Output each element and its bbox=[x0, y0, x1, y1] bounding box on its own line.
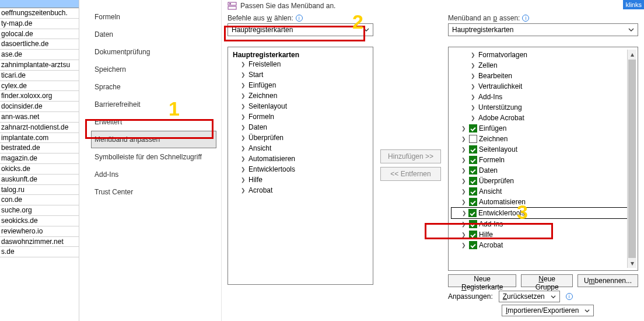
tree-subitem[interactable]: ❯Formatvorlagen bbox=[451, 50, 627, 60]
checkbox[interactable] bbox=[469, 135, 477, 143]
sidebar-item[interactable]: Dokumentprüfung bbox=[91, 43, 216, 61]
tree-subitem[interactable]: ❯Unterstützung bbox=[451, 102, 627, 113]
tree-tab-item[interactable]: ❯Einfügen bbox=[451, 123, 627, 134]
expand-icon[interactable]: ❯ bbox=[471, 62, 477, 68]
scroll-up-icon[interactable]: ▴ bbox=[628, 50, 636, 59]
checkbox[interactable] bbox=[469, 166, 477, 175]
sidebar-item[interactable]: Trust Center bbox=[91, 183, 216, 201]
expand-icon[interactable]: ❯ bbox=[241, 187, 247, 193]
tree-tab-item[interactable]: ❯Seitenlayout bbox=[451, 144, 627, 155]
reset-dropdown[interactable]: Zurücksetzen bbox=[499, 291, 560, 302]
checkbox[interactable] bbox=[469, 198, 477, 206]
sidebar-item[interactable]: Symbolleiste für den Schnellzugriff bbox=[91, 148, 216, 166]
expand-icon[interactable]: ❯ bbox=[462, 210, 467, 216]
checkbox[interactable] bbox=[469, 124, 477, 132]
tree-item[interactable]: ❯Formeln bbox=[230, 111, 370, 122]
tree-tab-item[interactable]: ❯Zeichnen bbox=[451, 134, 627, 144]
commands-dropdown[interactable]: Hauptregisterkarten bbox=[228, 23, 373, 36]
expand-icon[interactable]: ❯ bbox=[241, 114, 247, 120]
tree-item[interactable]: ❯Seitenlayout bbox=[230, 101, 370, 111]
checkbox[interactable] bbox=[469, 156, 477, 164]
sidebar-item[interactable]: Sprache bbox=[91, 78, 216, 96]
add-button[interactable]: Hinzufügen >> bbox=[380, 149, 441, 163]
tree-subitem[interactable]: ❯Zellen bbox=[451, 60, 627, 71]
expand-icon[interactable]: ❯ bbox=[241, 61, 247, 67]
tree-item[interactable]: ❯Überprüfen bbox=[230, 132, 370, 143]
checkbox[interactable] bbox=[469, 177, 477, 185]
tree-subitem[interactable]: ❯Vertraulichkeit bbox=[451, 81, 627, 92]
commands-tree[interactable]: Hauptregisterkarten ❯Freistellen❯Start❯E… bbox=[228, 47, 373, 285]
tree-item[interactable]: ❯Start bbox=[230, 69, 370, 80]
tree-item[interactable]: ❯Einfügen bbox=[230, 80, 370, 90]
expand-icon[interactable]: ❯ bbox=[461, 168, 467, 173]
new-tab-button[interactable]: Neue Registerkarte bbox=[448, 274, 516, 287]
expand-icon[interactable]: ❯ bbox=[241, 145, 247, 151]
sidebar-item[interactable]: Speichern bbox=[91, 61, 216, 78]
checkbox[interactable] bbox=[469, 187, 477, 196]
customize-dropdown[interactable]: Hauptregisterkarten bbox=[448, 23, 638, 36]
tree-tab-item[interactable]: ❯Daten bbox=[451, 165, 627, 176]
expand-icon[interactable]: ❯ bbox=[471, 94, 477, 100]
new-group-button[interactable]: Neue Gruppe bbox=[521, 274, 573, 287]
scrollbar[interactable]: ▴ ▾ bbox=[627, 50, 636, 268]
import-export-dropdown[interactable]: Importieren/Exportieren bbox=[502, 305, 594, 316]
expand-icon[interactable]: ❯ bbox=[461, 221, 467, 227]
remove-button[interactable]: << Entfernen bbox=[380, 167, 441, 181]
tree-subitem[interactable]: ❯Bearbeiten bbox=[451, 71, 627, 81]
expand-icon[interactable]: ❯ bbox=[461, 232, 467, 238]
scroll-thumb[interactable] bbox=[628, 60, 636, 258]
tree-subitem[interactable]: ❯Adobe Acrobat bbox=[451, 113, 627, 123]
expand-icon[interactable]: ❯ bbox=[241, 93, 247, 99]
expand-icon[interactable]: ❯ bbox=[471, 73, 477, 79]
expand-icon[interactable]: ❯ bbox=[461, 242, 467, 248]
rename-button[interactable]: Umbenennen... bbox=[578, 274, 638, 287]
checkbox[interactable] bbox=[469, 220, 477, 228]
sidebar-item[interactable]: Menüband anpassen bbox=[91, 131, 216, 148]
expand-icon[interactable]: ❯ bbox=[461, 199, 467, 205]
checkbox[interactable] bbox=[468, 209, 477, 217]
tree-item[interactable]: ❯Entwicklertools bbox=[230, 164, 370, 175]
checkbox[interactable] bbox=[469, 231, 477, 239]
expand-icon[interactable]: ❯ bbox=[461, 178, 467, 184]
info-icon[interactable]: i bbox=[522, 15, 529, 22]
tree-item[interactable]: ❯Ansicht bbox=[230, 143, 370, 153]
ribbon-tree[interactable]: ❯Formatvorlagen❯Zellen❯Bearbeiten❯Vertra… bbox=[448, 47, 638, 271]
expand-icon[interactable]: ❯ bbox=[471, 104, 477, 110]
expand-icon[interactable]: ❯ bbox=[461, 189, 467, 194]
expand-icon[interactable]: ❯ bbox=[241, 166, 247, 172]
tree-item[interactable]: ❯Daten bbox=[230, 122, 370, 132]
expand-icon[interactable]: ❯ bbox=[241, 72, 247, 78]
info-icon[interactable]: i bbox=[296, 15, 303, 22]
checkbox[interactable] bbox=[469, 241, 477, 249]
tree-item[interactable]: ❯Acrobat bbox=[230, 185, 370, 196]
tree-tab-item[interactable]: ❯Add-Ins bbox=[451, 219, 627, 229]
sidebar-item[interactable]: Barrierefreiheit bbox=[91, 96, 216, 113]
tree-tab-item[interactable]: ❯Entwicklertools bbox=[451, 207, 627, 219]
tree-tab-item[interactable]: ❯Hilfe bbox=[451, 229, 627, 240]
expand-icon[interactable]: ❯ bbox=[471, 52, 477, 58]
tree-subitem[interactable]: ❯Add-Ins bbox=[451, 92, 627, 102]
tree-tab-item[interactable]: ❯Formeln bbox=[451, 155, 627, 165]
expand-icon[interactable]: ❯ bbox=[471, 115, 477, 121]
sidebar-item[interactable]: Add-Ins bbox=[91, 166, 216, 183]
expand-icon[interactable]: ❯ bbox=[241, 124, 247, 130]
checkbox[interactable] bbox=[469, 145, 477, 153]
tree-tab-item[interactable]: ❯Acrobat bbox=[451, 240, 627, 250]
expand-icon[interactable]: ❯ bbox=[241, 103, 247, 109]
tree-item[interactable]: ❯Freistellen bbox=[230, 59, 370, 69]
tree-tab-item[interactable]: ❯Automatisieren bbox=[451, 197, 627, 207]
tree-tab-item[interactable]: ❯Überprüfen bbox=[451, 176, 627, 186]
sidebar-item[interactable]: Daten bbox=[91, 26, 216, 43]
tree-item[interactable]: ❯Zeichnen bbox=[230, 90, 370, 101]
expand-icon[interactable]: ❯ bbox=[461, 146, 467, 152]
expand-icon[interactable]: ❯ bbox=[471, 83, 477, 89]
expand-icon[interactable]: ❯ bbox=[241, 135, 247, 141]
tree-item[interactable]: ❯Hilfe bbox=[230, 175, 370, 185]
expand-icon[interactable]: ❯ bbox=[461, 157, 467, 163]
tree-tab-item[interactable]: ❯Ansicht bbox=[451, 186, 627, 197]
info-icon[interactable]: i bbox=[566, 293, 573, 300]
sidebar-item[interactable]: Formeln bbox=[91, 8, 216, 26]
expand-icon[interactable]: ❯ bbox=[241, 82, 247, 88]
scroll-down-icon[interactable]: ▾ bbox=[628, 259, 636, 268]
expand-icon[interactable]: ❯ bbox=[241, 177, 247, 183]
